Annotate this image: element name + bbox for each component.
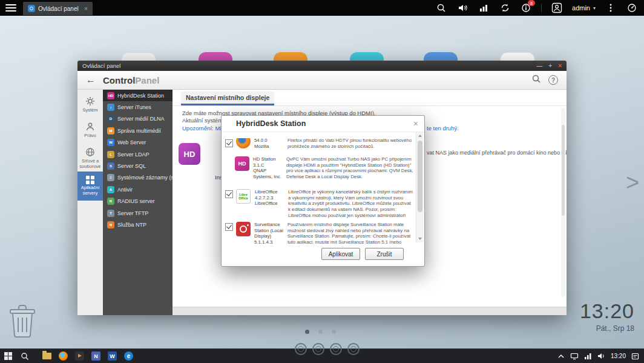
back-button[interactable]: ← (86, 75, 96, 85)
menu-item-antivirus[interactable]: A Antivir (103, 184, 172, 195)
help-icon[interactable]: ? (548, 75, 558, 85)
category-label: Systém (77, 107, 103, 113)
menu-item-ldap-server[interactable]: L Server LDAP (103, 148, 172, 160)
start-button[interactable] (0, 349, 16, 363)
category-app-servers[interactable]: Aplikační servery (77, 172, 103, 201)
menu-item-system-logs[interactable]: ≡ Systémové záznamy (sy... (103, 172, 172, 184)
menu-item-itunes-server[interactable]: ♪ Server iTunes (103, 101, 172, 113)
more-menu-icon[interactable] (605, 2, 617, 14)
page-dot-3[interactable] (332, 330, 336, 334)
top-bar-actions: 8 admin ▾ (435, 2, 644, 14)
main-menu-button[interactable] (0, 0, 22, 16)
content-footer (172, 307, 567, 315)
scrollbar-thumb[interactable] (562, 125, 565, 216)
scroll-up-icon[interactable] (418, 135, 422, 137)
tray-volume-icon[interactable] (597, 353, 605, 359)
notifications-icon[interactable]: 8 (520, 2, 532, 14)
ntp-icon: N (107, 221, 114, 228)
taskbar-search-icon[interactable] (16, 349, 33, 363)
libreoffice-checkbox[interactable] (225, 190, 233, 198)
ldap-icon: L (107, 151, 114, 158)
sql-icon: S (107, 162, 114, 170)
scrollbar-thumb[interactable] (418, 141, 422, 212)
word-icon[interactable]: W (104, 349, 120, 363)
desktop-next-page-arrow[interactable]: > (626, 170, 639, 196)
dock-icon-1[interactable] (295, 343, 307, 355)
tab-local-display-settings[interactable]: Nastavení místního displeje (181, 92, 274, 105)
category-label: Právo (77, 132, 103, 139)
dialog-actions: Aplikovat Zrušit (222, 248, 424, 260)
apply-button[interactable]: Aplikovat (321, 248, 360, 260)
menu-item-multimedia-management[interactable]: M Správa multimédií (103, 125, 172, 136)
file-explorer-icon[interactable] (39, 349, 55, 363)
menu-item-hybriddesk-station[interactable]: HD HybridDesk Station (103, 90, 172, 101)
dialog-scrollbar[interactable] (416, 132, 424, 242)
window-close-button[interactable]: × (558, 63, 562, 69)
taskbar-firefox-icon[interactable] (55, 349, 71, 363)
app-vendor: Mozilla (254, 144, 286, 150)
menu-label: Server médií DLNA (117, 116, 165, 122)
menu-item-dlna-server[interactable]: D Server médií DLNA (103, 113, 172, 125)
dialog-close-icon[interactable]: × (413, 119, 418, 128)
page-dot-2[interactable] (318, 330, 323, 334)
menu-item-sql-server[interactable]: S Server SQL (103, 160, 172, 172)
cancel-button[interactable]: Zrušit (365, 248, 404, 260)
content-scrollbar[interactable] (561, 108, 565, 297)
media-player-icon[interactable] (71, 349, 88, 363)
user-avatar-icon[interactable] (551, 2, 563, 14)
menu-label: Služba NTP (117, 222, 146, 228)
minimize-button[interactable]: — (536, 63, 542, 69)
menu-item-radius-server[interactable]: R RADIUS server (103, 196, 172, 207)
trash-icon[interactable] (8, 304, 36, 341)
app-description: Firefox přináší do Vaší HDTV plnou funkc… (286, 138, 413, 149)
category-system[interactable]: Systém (77, 96, 103, 113)
tray-clock[interactable]: 13:20 (611, 353, 626, 359)
tray-chevron-up-icon[interactable] (557, 353, 565, 359)
app-n-icon[interactable]: N (88, 349, 104, 363)
qts-top-bar: Ovládací panel × 8 (0, 0, 644, 16)
scroll-down-icon[interactable] (418, 238, 422, 240)
app-row-hd-station: HD HD Station 3.1.C QNAP Systems, Inc. Q… (222, 154, 424, 187)
admin-menu[interactable]: admin ▾ (572, 4, 596, 12)
maximize-button[interactable]: + (548, 63, 552, 69)
menu-item-web-server[interactable]: W Web Server (103, 137, 172, 148)
firefox-checkbox[interactable] (225, 139, 233, 147)
notification-center-icon[interactable] (631, 353, 639, 360)
category-privilege[interactable]: Právo (77, 121, 103, 139)
qts-screen: > 13:20 Pát., Srp 18 Ovládací panel (0, 0, 644, 363)
dashboard-gauge-icon[interactable] (626, 2, 638, 14)
background-tasks-icon[interactable] (499, 2, 511, 14)
page-dot-1[interactable] (305, 330, 309, 334)
clock-time: 13:20 (580, 299, 634, 323)
dock-icon-3[interactable] (330, 343, 342, 355)
tray-network-icon[interactable] (584, 353, 592, 359)
antivirus-icon: A (107, 186, 114, 193)
app-row-firefox: 54.0.0 Mozilla Firefox přináší do Vaší H… (222, 132, 424, 154)
search-icon[interactable] (435, 2, 447, 14)
dock-icon-2[interactable] (312, 343, 324, 355)
browser-e-icon[interactable]: e (120, 349, 137, 363)
menu-item-ntp-service[interactable]: N Služba NTP (103, 219, 172, 230)
window-search-icon[interactable] (531, 74, 541, 86)
menu-label: RADIUS server (117, 198, 155, 204)
volume-icon[interactable] (456, 2, 468, 14)
surveillance-checkbox[interactable] (225, 223, 233, 231)
resource-monitor-icon[interactable] (478, 2, 490, 14)
page-title: Control (103, 75, 135, 85)
tray-display-icon[interactable] (570, 353, 579, 360)
app-list: 54.0.0 Mozilla Firefox přináší do Vaší H… (222, 132, 424, 244)
dock-icon-4[interactable] (347, 343, 360, 355)
firefox-icon (236, 138, 251, 148)
menu-label: Server TFTP (117, 210, 148, 216)
body-text-right: vat NAS jako mediální přehrávač pro domá… (427, 150, 567, 156)
tab-close-icon[interactable]: × (84, 5, 88, 12)
category-network-file[interactable]: Síťové a souborové (77, 147, 103, 169)
notification-badge: 8 (528, 0, 535, 6)
dialog-title: HybridDesk Station (236, 119, 306, 128)
tab-control-panel[interactable]: Ovládací panel × (23, 2, 93, 15)
menu-item-tftp-server[interactable]: T Server TFTP (103, 207, 172, 219)
system-tray: 13:20 (557, 353, 644, 360)
app-version: 3.1.C (253, 162, 284, 168)
window-header: ← Control Panel ? (77, 71, 567, 90)
menu-sidebar: HD HybridDesk Station ♪ Server iTunes D … (103, 90, 172, 315)
